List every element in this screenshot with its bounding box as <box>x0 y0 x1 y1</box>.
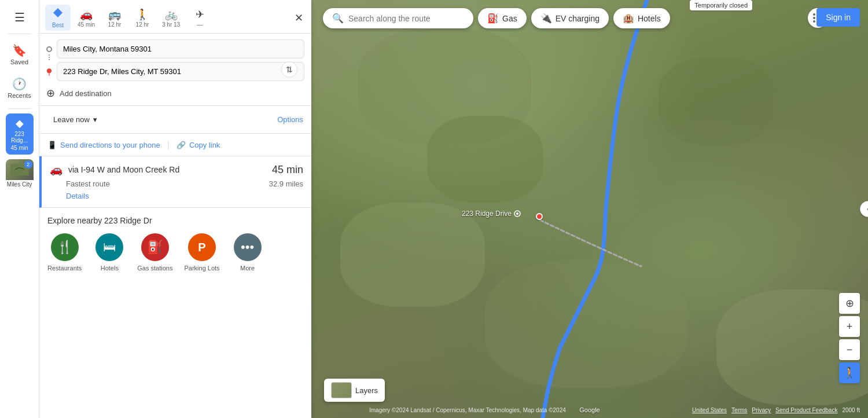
explore-item-gas-stations[interactable]: ⛽ Gas stations <box>137 233 172 272</box>
svg-marker-1 <box>53 8 62 17</box>
route-car-icon: 🚗 <box>50 163 62 176</box>
place-label-ridge-drive: 223 Ridge Drive <box>462 210 521 218</box>
add-icon: ⊕ <box>46 87 55 100</box>
walk-icon: 🚶 <box>136 8 149 21</box>
svg-point-2 <box>47 68 52 73</box>
transport-mode-best[interactable]: Best <box>45 5 71 31</box>
layers-thumbnail <box>331 382 352 398</box>
copy-link-button[interactable]: 🔗 Copy link <box>176 141 220 149</box>
google-attribution: Google <box>579 406 599 413</box>
zoom-in-button[interactable]: + <box>839 316 860 337</box>
departure-options-bar: Leave now ▾ Options <box>39 105 311 134</box>
bike-icon: 🚲 <box>165 8 178 21</box>
gas-icon-circle: ⛽ <box>141 233 169 261</box>
parking-icon-circle: P <box>188 233 216 261</box>
saved-icon: 🔖 <box>12 43 27 57</box>
ev-pill-label: EV charging <box>556 14 599 23</box>
route-details-button[interactable]: Details <box>50 192 303 200</box>
footer-link-us[interactable]: United States <box>692 407 727 413</box>
options-button[interactable]: Options <box>277 115 303 124</box>
route-via-label: via I-94 W and Moon Creek Rd <box>68 165 266 174</box>
nav-icon: ◆ <box>16 117 24 130</box>
close-directions-button[interactable]: ✕ <box>292 9 306 27</box>
footer-link-privacy[interactable]: Privacy <box>752 407 771 413</box>
nav-destination: 223 Ridg... <box>8 131 31 144</box>
route-option-header: 🚗 via I-94 W and Moon Creek Rd 45 min <box>50 163 303 176</box>
hotels-icon-circle: 🛏 <box>95 233 123 261</box>
hotels-pill[interactable]: 🏨 Hotels <box>613 8 670 28</box>
transport-mode-transit[interactable]: 🚌 12 hr <box>102 6 127 30</box>
swap-directions-button[interactable]: ⇅ <box>281 61 297 78</box>
active-navigation-card[interactable]: ◆ 223 Ridg... 45 min <box>6 113 34 155</box>
street-view-button[interactable]: 🚶 <box>839 362 860 383</box>
origin-input[interactable] <box>57 39 304 58</box>
map-search-bar: 🔍 ⛽ Gas 🔌 EV charging 🏨 Hotels <box>323 8 856 28</box>
route-option-primary: 🚗 via I-94 W and Moon Creek Rd 45 min Fa… <box>39 156 311 208</box>
gas-stations-label: Gas stations <box>137 265 172 272</box>
ev-pill-icon: 🔌 <box>540 13 552 24</box>
recents-label: Recents <box>8 92 31 99</box>
gas-pill-label: Gas <box>502 14 517 23</box>
send-directions-button[interactable]: 📱 Send directions to your phone <box>47 141 160 149</box>
origin-dot-icon <box>46 46 52 52</box>
sidebar-divider <box>8 34 31 34</box>
explore-item-more[interactable]: ••• More <box>231 233 264 272</box>
origin-row <box>46 39 304 58</box>
search-along-route-box[interactable]: 🔍 <box>323 8 473 28</box>
explore-section-title: Explore nearby 223 Ridge Dr <box>47 216 303 225</box>
destination-input[interactable] <box>57 62 304 81</box>
miles-city-badge: 2 <box>24 160 32 168</box>
zoom-out-button[interactable]: − <box>839 339 860 360</box>
transport-mode-flight[interactable]: ✈ — <box>187 6 212 30</box>
explore-item-hotels[interactable]: 🛏 Hotels <box>93 233 126 272</box>
flight-time: — <box>197 21 203 28</box>
gas-pill[interactable]: ⛽ Gas <box>478 8 527 28</box>
miles-city-thumbnail: 2 <box>6 159 34 180</box>
flight-icon: ✈ <box>196 8 204 21</box>
explore-nearby-section: Explore nearby 223 Ridge Dr 🍴 Restaurant… <box>39 208 311 280</box>
my-location-button[interactable]: ⊕ <box>839 293 860 314</box>
destination-row <box>46 62 304 81</box>
link-icon: 🔗 <box>176 141 186 149</box>
restaurants-label: Restaurants <box>47 265 82 272</box>
sidebar-menu-button[interactable]: ☰ <box>3 6 36 29</box>
share-actions-bar: 📱 Send directions to your phone | 🔗 Copy… <box>39 134 311 156</box>
parking-label: Parking Lots <box>184 265 219 272</box>
hotels-pill-label: Hotels <box>638 14 661 23</box>
route-time-label: 45 min <box>272 164 303 176</box>
recents-icon: 🕐 <box>12 77 27 91</box>
transport-mode-bike[interactable]: 🚲 3 hr 13 <box>157 6 185 30</box>
route-connector <box>49 54 50 60</box>
fastest-route-label: Fastest route <box>66 179 110 188</box>
add-destination-button[interactable]: ⊕ Add destination <box>46 85 304 100</box>
best-label: Best <box>52 22 64 28</box>
car-time: 45 min <box>78 21 95 28</box>
search-along-route-input[interactable] <box>348 14 464 23</box>
sidebar-item-saved[interactable]: 🔖 Saved <box>3 39 36 70</box>
add-destination-label: Add destination <box>60 89 112 98</box>
transport-mode-car[interactable]: 🚗 45 min <box>73 6 100 30</box>
footer-link-feedback[interactable]: Send Product Feedback <box>775 407 837 413</box>
gas-pill-icon: ⛽ <box>487 13 499 24</box>
map-view[interactable]: 223 Ridge Drive Temporarily closed 🔍 ⛽ G… <box>311 0 868 418</box>
restaurants-icon-circle: 🍴 <box>51 233 79 261</box>
transport-mode-walk[interactable]: 🚶 12 hr <box>130 6 155 30</box>
best-route-icon <box>52 7 64 21</box>
destination-pin-icon <box>46 68 52 76</box>
ev-charging-pill[interactable]: 🔌 EV charging <box>531 8 609 28</box>
route-line-svg <box>311 0 868 418</box>
miles-city-card[interactable]: 2 Miles City <box>6 159 34 189</box>
sign-in-button[interactable]: Sign in <box>816 8 860 27</box>
sidebar-left: ☰ 🔖 Saved 🕐 Recents ◆ 223 Ridg... 45 min… <box>0 0 39 418</box>
explore-item-parking[interactable]: P Parking Lots <box>184 233 219 272</box>
map-footer-links: United States Terms Privacy Send Product… <box>692 407 860 413</box>
leave-now-label: Leave now <box>53 115 90 124</box>
directions-panel: Best 🚗 45 min 🚌 12 hr 🚶 12 hr 🚲 3 hr 13 … <box>39 0 311 418</box>
hotels-label: Hotels <box>101 265 119 272</box>
layers-button[interactable]: Layers <box>324 379 385 402</box>
search-icon: 🔍 <box>332 13 344 24</box>
footer-link-terms[interactable]: Terms <box>731 407 747 413</box>
sidebar-item-recents[interactable]: 🕐 Recents <box>3 72 36 104</box>
explore-item-restaurants[interactable]: 🍴 Restaurants <box>47 233 82 272</box>
leave-now-button[interactable]: Leave now ▾ <box>47 112 103 127</box>
